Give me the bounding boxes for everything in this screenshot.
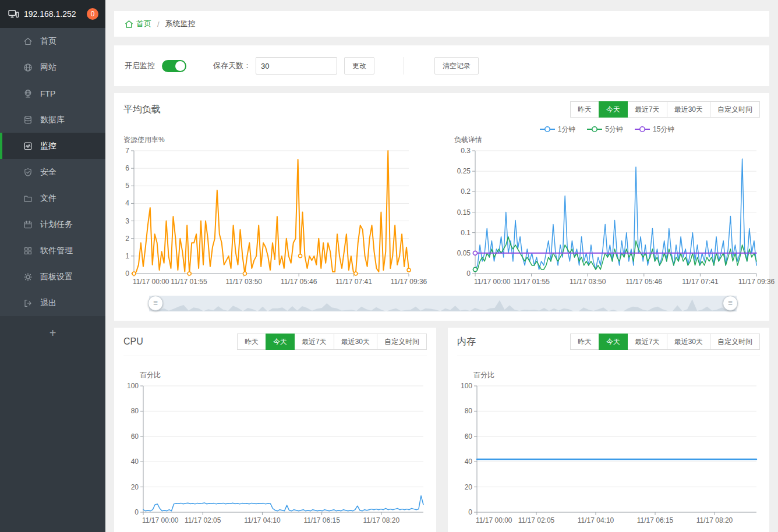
time-filter-button[interactable]: 昨天	[237, 334, 266, 350]
time-filter-button[interactable]: 最近7天	[627, 334, 667, 350]
home-icon	[125, 20, 133, 29]
svg-text:11/17 03:50: 11/17 03:50	[226, 278, 263, 286]
app-root: 192.168.1.252 0 首页网站FTP数据库监控安全文件计划任务软件管理…	[0, 0, 778, 532]
sidebar-item-apps-grid[interactable]: 软件管理	[0, 237, 105, 264]
svg-text:0: 0	[468, 508, 472, 516]
datazoom-slider[interactable]: = =	[149, 296, 737, 311]
svg-text:40: 40	[465, 457, 473, 466]
monitor-chart-icon	[23, 141, 33, 151]
legend-marker-icon	[635, 126, 650, 133]
datazoom-right-handle[interactable]: =	[723, 296, 738, 311]
controls-divider	[404, 57, 404, 75]
svg-text:4: 4	[125, 199, 129, 207]
sidebar-header: 192.168.1.252 0	[0, 0, 105, 28]
svg-text:20: 20	[131, 483, 139, 491]
breadcrumb-separator: /	[157, 20, 160, 29]
svg-text:11/17 00:00: 11/17 00:00	[133, 278, 169, 286]
time-filter-button[interactable]: 自定义时间	[710, 334, 760, 350]
clear-records-button[interactable]: 清空记录	[434, 57, 479, 75]
legend-item[interactable]: 1分钟	[540, 125, 576, 134]
save-days-input[interactable]	[256, 57, 337, 75]
svg-text:11/17 08:20: 11/17 08:20	[363, 516, 400, 524]
time-filter-button[interactable]: 最近30天	[667, 334, 710, 350]
time-filter-button[interactable]: 今天	[599, 101, 628, 118]
database-icon	[23, 115, 33, 125]
sidebar-item-logout[interactable]: 退出	[0, 290, 105, 316]
svg-text:11/17 06:15: 11/17 06:15	[637, 516, 674, 524]
apps-grid-icon	[23, 246, 33, 256]
cpu-panel-title: CPU	[123, 336, 143, 347]
time-filter-button[interactable]: 自定义时间	[377, 334, 427, 350]
svg-text:0: 0	[135, 508, 139, 516]
svg-text:11/17 03:50: 11/17 03:50	[570, 278, 606, 286]
sidebar-item-monitor-chart[interactable]: 监控	[0, 133, 105, 159]
load-detail-chart: 00.050.10.150.20.250.311/17 00:0011/17 0…	[454, 147, 760, 290]
svg-text:11/17 07:41: 11/17 07:41	[335, 278, 372, 286]
save-days-label: 保存天数：	[213, 61, 251, 71]
sidebar-item-label: 数据库	[40, 115, 65, 125]
legend-marker-icon	[540, 126, 555, 133]
time-filter-load: 昨天今天最近7天最近30天自定义时间	[570, 101, 760, 118]
sidebar-item-globe[interactable]: 网站	[0, 54, 105, 80]
svg-text:11/17 00:00: 11/17 00:00	[474, 278, 511, 286]
change-button[interactable]: 更改	[344, 57, 374, 75]
legend-item[interactable]: 5分钟	[587, 125, 623, 134]
breadcrumb-home-link[interactable]: 首页	[125, 19, 151, 29]
time-filter-button[interactable]: 今天	[599, 334, 628, 350]
svg-text:0.25: 0.25	[457, 167, 471, 175]
sidebar-item-home[interactable]: 首页	[0, 28, 105, 54]
svg-text:100: 100	[127, 382, 139, 390]
toggle-knob	[175, 61, 185, 71]
time-filter-button[interactable]: 今天	[266, 334, 295, 350]
sidebar-item-database[interactable]: 数据库	[0, 107, 105, 133]
svg-text:7: 7	[125, 147, 129, 155]
svg-text:100: 100	[461, 382, 472, 390]
time-filter-button[interactable]: 最近30天	[667, 101, 710, 118]
sidebar-item-calendar[interactable]: 计划任务	[0, 211, 105, 237]
sidebar-item-folder[interactable]: 文件	[0, 185, 105, 211]
svg-text:0: 0	[125, 269, 129, 278]
load-detail-chart-block: 1分钟5分钟15分钟 负载详情 00.050.10.150.20.250.311…	[454, 123, 760, 290]
svg-text:60: 60	[131, 432, 139, 441]
sidebar-item-shield-check[interactable]: 安全	[0, 159, 105, 185]
time-filter-button[interactable]: 最近7天	[627, 101, 667, 118]
time-filter-button[interactable]: 自定义时间	[710, 101, 760, 118]
cpu-panel: CPU 昨天今天最近7天最近30天自定义时间 百分比 0204060801001…	[114, 328, 436, 532]
legend-item[interactable]: 15分钟	[635, 125, 674, 134]
cpu-panel-header: CPU 昨天今天最近7天最近30天自定义时间	[123, 328, 427, 356]
sidebar: 192.168.1.252 0 首页网站FTP数据库监控安全文件计划任务软件管理…	[0, 0, 105, 532]
cpu-chart: 02040608010011/17 00:0011/17 02:0511/17 …	[123, 382, 427, 529]
time-filter-button[interactable]: 最近30天	[334, 334, 377, 350]
time-filter-button[interactable]: 昨天	[570, 101, 599, 118]
monitor-controls: 开启监控 保存天数： 更改 清空记录	[114, 45, 769, 86]
memory-panel-header: 内存 昨天今天最近7天最近30天自定义时间	[457, 328, 760, 356]
add-menu-button[interactable]: +	[0, 316, 105, 340]
sidebar-item-gear[interactable]: 面板设置	[0, 264, 105, 290]
time-filter-button[interactable]: 昨天	[570, 334, 599, 350]
svg-text:5: 5	[125, 182, 129, 190]
load-detail-legend: 1分钟5分钟15分钟	[454, 123, 760, 135]
breadcrumb-current: 系统监控	[165, 19, 196, 29]
load-detail-chart-label: 负载详情	[454, 135, 760, 147]
load-panel-header: 平均负载 昨天今天最近7天最近30天自定义时间	[123, 101, 760, 118]
legend-marker-icon	[587, 126, 602, 133]
home-icon	[23, 36, 33, 46]
sidebar-item-ftp[interactable]: FTP	[0, 80, 105, 107]
datazoom-left-handle[interactable]: =	[148, 296, 163, 311]
svg-text:0.2: 0.2	[461, 187, 471, 196]
monitor-toggle-label: 开启监控	[125, 61, 155, 71]
load-usage-chart-label: 资源使用率%	[123, 135, 412, 147]
svg-text:1: 1	[125, 252, 129, 260]
server-monitor-icon	[8, 9, 19, 19]
folder-icon	[23, 193, 33, 203]
monitor-toggle[interactable]	[162, 60, 186, 72]
svg-text:11/17 09:36: 11/17 09:36	[738, 278, 775, 286]
time-filter-button[interactable]: 最近7天	[294, 334, 334, 350]
svg-text:2: 2	[125, 235, 129, 243]
shield-check-icon	[23, 167, 33, 177]
svg-text:80: 80	[465, 407, 473, 415]
svg-text:0.1: 0.1	[461, 229, 471, 237]
svg-text:11/17 02:05: 11/17 02:05	[185, 516, 221, 524]
message-count-badge[interactable]: 0	[87, 8, 98, 20]
gear-icon	[23, 272, 33, 282]
